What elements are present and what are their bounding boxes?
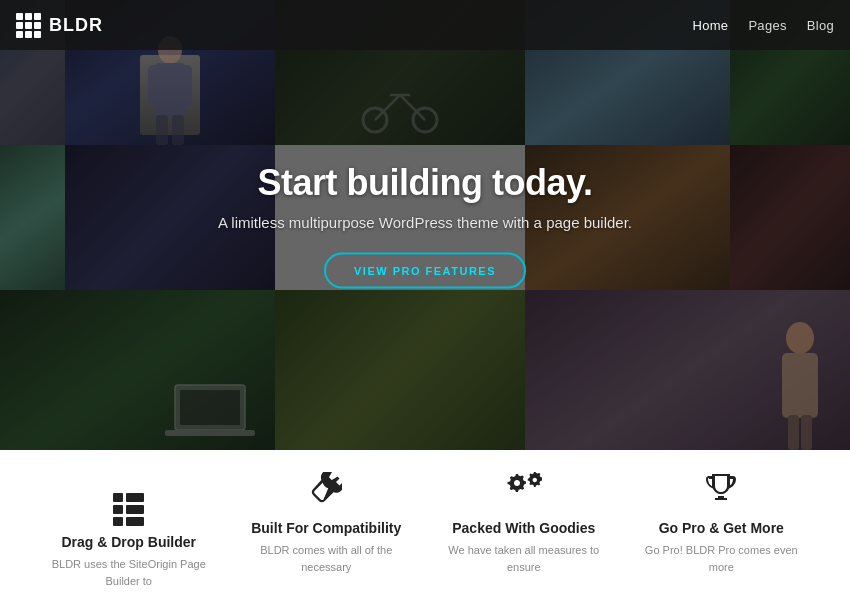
brand-name: BLDR	[49, 15, 103, 36]
photo-12	[525, 290, 850, 450]
svg-rect-12	[180, 390, 240, 425]
photo-6	[0, 145, 65, 290]
brand-grid-icon	[16, 13, 41, 38]
nav-link-home[interactable]: Home	[693, 18, 729, 33]
svg-rect-16	[788, 415, 799, 450]
svg-rect-4	[156, 115, 168, 145]
svg-rect-3	[178, 65, 192, 105]
hero-cta-button[interactable]: VIEW PRO FEATURES	[324, 253, 526, 289]
svg-rect-15	[782, 353, 818, 418]
features-section: Drag & Drop Builder BLDR uses the SiteOr…	[0, 450, 850, 600]
navbar: BLDR Home Pages Blog	[0, 0, 850, 50]
svg-rect-5	[172, 115, 184, 145]
hero-section: Start building today. A limitless multip…	[0, 0, 850, 450]
feature-desc-3: We have taken all measures to ensure	[435, 542, 613, 575]
grid-list-icon	[40, 472, 218, 526]
nav-item-blog[interactable]: Blog	[807, 16, 834, 34]
feature-compatibility: Built For Compatibility BLDR comes with …	[228, 472, 426, 575]
nav-link-blog[interactable]: Blog	[807, 18, 834, 33]
photo-11	[275, 290, 525, 450]
hero-title: Start building today.	[175, 162, 675, 204]
svg-point-14	[786, 322, 814, 354]
hero-subtitle: A limitless multipurpose WordPress theme…	[175, 214, 675, 231]
wrench-icon	[238, 472, 416, 512]
hero-overlay: Start building today. A limitless multip…	[175, 162, 675, 289]
gears-icon	[435, 472, 613, 512]
feature-desc-4: Go Pro! BLDR Pro comes even more	[633, 542, 811, 575]
svg-rect-2	[148, 65, 162, 105]
feature-drag-drop: Drag & Drop Builder BLDR uses the SiteOr…	[30, 472, 228, 589]
photo-9	[730, 145, 850, 290]
nav-item-home[interactable]: Home	[693, 16, 729, 34]
feature-title-1: Drag & Drop Builder	[40, 534, 218, 550]
feature-title-4: Go Pro & Get More	[633, 520, 811, 536]
nav-menu: Home Pages Blog	[693, 16, 835, 34]
svg-rect-13	[165, 430, 255, 436]
feature-pro: Go Pro & Get More Go Pro! BLDR Pro comes…	[623, 472, 821, 575]
feature-title-3: Packed With Goodies	[435, 520, 613, 536]
feature-goodies: Packed With Goodies We have taken all me…	[425, 472, 623, 575]
feature-title-2: Built For Compatibility	[238, 520, 416, 536]
svg-rect-17	[801, 415, 812, 450]
brand[interactable]: BLDR	[16, 13, 103, 38]
feature-desc-2: BLDR comes with all of the necessary	[238, 542, 416, 575]
nav-item-pages[interactable]: Pages	[748, 16, 786, 34]
feature-desc-1: BLDR uses the SiteOrigin Page Builder to	[40, 556, 218, 589]
photo-10	[0, 290, 275, 450]
nav-link-pages[interactable]: Pages	[748, 18, 786, 33]
trophy-icon	[633, 472, 811, 512]
